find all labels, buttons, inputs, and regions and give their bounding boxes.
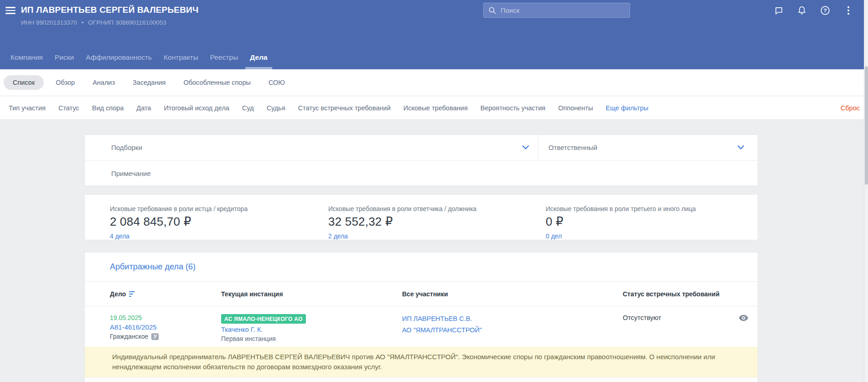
judge-link[interactable]: Ткаченко Г. К. [221,326,402,333]
arbitration-cases-panel: Арбитражные дела (6) Дело Текущая инстан… [84,252,758,382]
simplified-proceedings-badge: У [151,333,159,340]
chat-icon[interactable] [774,5,784,15]
claims-stats-panel: Исковые требования в роли истца / кредит… [84,194,758,240]
subtab-analysis[interactable]: Анализ [87,75,121,90]
ogrnip-value: ОГРНИП 308890116100053 [88,19,166,26]
pickers-panel: Подборки Ответственный Примечание [84,134,758,186]
company-identifiers: ИНН 890201313370 • ОГРНИП 30889011610005… [21,19,166,26]
stat-card-defendant: Исковые требования в роли ответчика / до… [328,205,546,240]
filter-participation-type[interactable]: Тип участия [2,104,52,112]
stat-label: Исковые требования в роли ответчика / до… [328,205,546,212]
scrollbar-thumb[interactable] [865,66,868,185]
filter-judge[interactable]: Судья [260,104,292,112]
search-box[interactable] [483,3,630,18]
case-date: 19.05.2025 [110,314,221,321]
instance-cell: АС ЯМАЛО-НЕНЕЦКОГО АО Ткаченко Г. К. Пер… [221,314,402,347]
subtab-list[interactable]: Список [4,75,44,90]
court-badge: АС ЯМАЛО-НЕНЕЦКОГО АО [221,314,306,324]
subtab-soyu[interactable]: СОЮ [263,75,291,90]
next-row-stub [85,377,758,382]
svg-text:?: ? [824,8,827,13]
filter-dispute-type[interactable]: Вид спора [86,104,130,112]
content-area: Подборки Ответственный Примечание [0,120,868,382]
header-actions: ? [774,5,853,15]
search-input[interactable] [501,6,625,14]
tab-cases[interactable]: Дела [244,49,273,69]
filter-opponents[interactable]: Оппоненты [552,104,599,112]
separator-dot: • [82,19,84,26]
case-type: Гражданское У [110,333,221,340]
chevron-down-icon [522,145,529,150]
counter-claims-cell: Отсутствуют [623,314,758,347]
kebab-menu-icon[interactable] [843,5,853,15]
main-tabs: Компания Риски Аффилированность Контракт… [5,49,274,69]
help-icon[interactable]: ? [820,5,830,15]
filter-participation-probability[interactable]: Вероятность участия [474,104,552,112]
watch-eye-icon[interactable] [739,315,749,323]
sort-icon[interactable] [129,290,135,297]
tab-company[interactable]: Компания [5,49,49,69]
inn-value: ИНН 890201313370 [21,19,77,26]
case-number-link[interactable]: А81-4616/2025 [110,323,221,331]
collections-dropdown[interactable]: Подборки [85,135,538,160]
note-label: Примечание [111,170,758,177]
counter-claims-status: Отсутствуют [623,314,661,321]
section-title: Арбитражные дела (6) [85,253,758,282]
filter-counter-claims-status[interactable]: Статус встречных требований [292,104,397,112]
stat-cases-link[interactable]: 2 дела [328,232,546,240]
responsible-label: Ответственный [548,144,738,151]
stat-card-plaintiff: Исковые требования в роли истца / кредит… [110,205,328,240]
notifications-bell-icon[interactable] [797,5,807,15]
participant-link[interactable]: ИП ЛАВРЕНТЬЕВ С.В. [402,314,623,324]
filter-final-outcome[interactable]: Итоговый исход дела [157,104,236,112]
reset-filters-link[interactable]: Сброс [834,104,860,112]
search-icon [488,6,496,15]
collections-label: Подборки [111,144,522,151]
app-header: ИП ЛАВРЕНТЬЕВ СЕРГЕЙ ВАЛЕРЬЕВИЧ ИНН 8902… [0,0,868,69]
stat-label: Исковые требования в роли третьего и ино… [546,205,758,212]
subtab-separate-disputes[interactable]: Обособленные споры [177,75,257,90]
subtab-overview[interactable]: Обзор [50,75,81,90]
more-filters-link[interactable]: Еще фильтры [599,104,655,112]
chevron-down-icon [738,145,744,150]
tab-affiliation[interactable]: Аффилированность [80,49,158,69]
stat-cases-link[interactable]: 4 дела [110,232,328,240]
participants-cell: ИП ЛАВРЕНТЬЕВ С.В. АО "ЯМАЛТРАНССТРОЙ" [402,314,623,347]
filter-claims[interactable]: Исковые требования [397,104,474,112]
column-counter-claims: Статус встречных требований [623,290,758,298]
page-scrollbar[interactable] [864,0,868,382]
participant-link[interactable]: АО "ЯМАЛТРАНССТРОЙ" [402,325,623,335]
tab-risks[interactable]: Риски [49,49,80,69]
column-participants: Все участники [402,290,623,298]
stat-value: 32 552,32 ₽ [328,215,546,229]
filter-bar: Тип участия Статус Вид спора Дата Итогов… [0,96,868,120]
tab-contracts[interactable]: Контракты [158,49,204,69]
column-current-instance: Текущая инстанция [221,290,402,298]
instance-label: Первая инстанция [221,335,402,342]
stat-label: Исковые требования в роли истца / кредит… [110,205,328,212]
stat-card-third-party: Исковые требования в роли третьего и ино… [546,205,758,240]
tab-registries[interactable]: Реестры [204,49,244,69]
case-cell: 19.05.2025 А81-4616/2025 Гражданское У [110,314,221,347]
stat-value: 0 ₽ [546,215,758,229]
column-case: Дело [110,290,221,298]
hamburger-menu-icon[interactable] [5,7,16,14]
filter-court[interactable]: Суд [236,104,260,112]
app-window: ИП ЛАВРЕНТЬЕВ СЕРГЕЙ ВАЛЕРЬЕВИЧ ИНН 8902… [0,0,868,382]
cases-subtabs: Список Обзор Анализ Заседания Обособленн… [0,69,868,96]
stat-cases-link[interactable]: 0 дел [546,232,758,240]
filter-status[interactable]: Статус [52,104,86,112]
subtab-hearings[interactable]: Заседания [127,75,171,90]
note-field[interactable]: Примечание [85,160,758,186]
company-title: ИП ЛАВРЕНТЬЕВ СЕРГЕЙ ВАЛЕРЬЕВИЧ [21,5,198,15]
responsible-dropdown[interactable]: Ответственный [538,135,758,160]
case-summary: Индивидуальный предприниматель ЛАВРЕНТЬЕ… [85,347,758,377]
table-row: 19.05.2025 А81-4616/2025 Гражданское У А… [85,306,758,347]
table-header: Дело Текущая инстанция Все участники Ста… [85,282,758,306]
stat-value: 2 084 845,70 ₽ [110,215,328,229]
filter-date[interactable]: Дата [130,104,157,112]
